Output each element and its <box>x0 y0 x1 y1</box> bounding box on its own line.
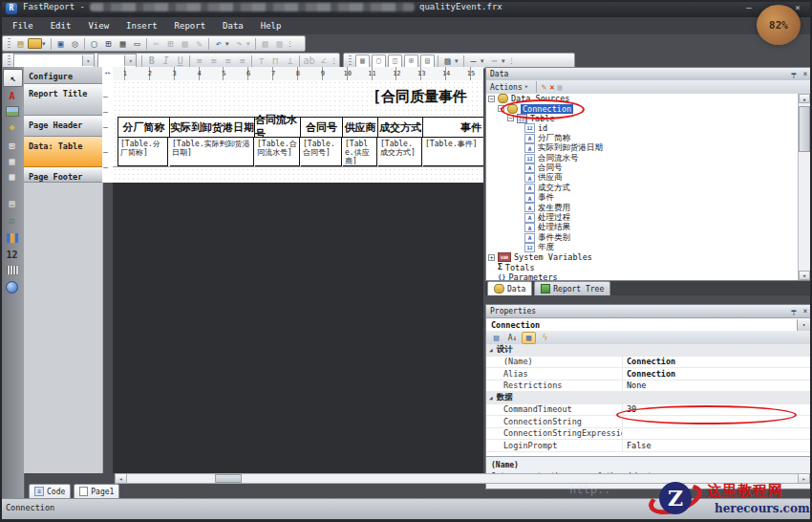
categorized-view-button[interactable]: ▤ <box>489 332 503 344</box>
menu-view[interactable]: View <box>79 19 118 33</box>
band-resize-handle[interactable]: ‒ <box>103 96 111 98</box>
border-all-button[interactable]: ▦ <box>355 54 370 68</box>
report-page[interactable]: [合同质量事件 分厂简称 [Table.分厂简称] 实际到卸货港日期 [Tabl… <box>113 80 483 183</box>
report-table[interactable]: 分厂简称 [Table.分厂简称] 实际到卸货港日期 [Table.实际到卸货港… <box>118 117 483 166</box>
tree-field[interactable]: A 发生费用 <box>486 203 799 212</box>
table-field-cell[interactable]: [Table.成交方式] <box>378 138 422 166</box>
font-name-combo[interactable]: ▾ <box>13 54 95 68</box>
band-report-title[interactable]: Report Title <box>24 84 102 116</box>
property-row-loginprompt[interactable]: LoginPrompt False <box>486 440 811 452</box>
paste-button[interactable]: ▨ <box>178 37 192 51</box>
configure-band-header[interactable]: Configure <box>24 67 102 84</box>
delete-datasource-button[interactable]: ✕ <box>549 82 554 92</box>
report-title-text[interactable]: [合同质量事件 <box>373 88 467 106</box>
cut-button[interactable]: ✂ <box>149 37 163 51</box>
band-resize-handle[interactable]: ‒ <box>103 166 111 169</box>
edit-datasource-button[interactable]: ✎ <box>542 82 546 92</box>
tab-code[interactable]: ≡ Code <box>29 484 71 499</box>
table-field-cell[interactable]: [Table.合同流水号] <box>255 138 300 166</box>
menu-file[interactable]: File <box>4 19 42 33</box>
close-icon[interactable]: × <box>800 70 811 78</box>
align-right-button[interactable]: ≡ <box>221 54 235 68</box>
underline-button[interactable]: U <box>173 54 187 68</box>
border-none-button[interactable]: ▢ <box>372 54 386 68</box>
valign-top-button[interactable]: ⊤ <box>254 54 268 68</box>
table-header-cell[interactable]: 事件 <box>423 117 483 138</box>
tree-field[interactable]: 12 年度 <box>486 243 799 252</box>
pin-icon[interactable]: ┯ <box>788 70 800 78</box>
property-row-restrictions[interactable]: Restrictions None <box>486 381 811 393</box>
tree-scrollbar[interactable]: ▴ ▾ <box>798 94 811 280</box>
band-resize-handle[interactable]: ‒ <box>103 111 111 114</box>
toolbar-overflow[interactable]: ⋮ <box>287 40 293 48</box>
property-row-name[interactable]: (Name) Connection <box>486 357 811 369</box>
richtext-object-icon[interactable]: ▤ <box>3 195 21 211</box>
toolbar-overflow[interactable]: ⋮ <box>331 57 337 65</box>
text-angle-button[interactable]: ∠ <box>316 54 331 68</box>
table-header-cell[interactable]: 实际到卸货港日期 <box>170 117 255 138</box>
band-page-header[interactable]: Page Header <box>24 116 102 137</box>
category-row-data[interactable]: ◢ 数据 <box>486 392 811 404</box>
highlight-button[interactable]: ab <box>302 54 316 68</box>
pin-icon[interactable]: ┯ <box>788 307 800 315</box>
design-surface[interactable]: [合同质量事件 分厂简称 [Table.分厂简称] 实际到卸货港日期 [Tabl… <box>113 80 483 473</box>
scroll-left-icon[interactable]: ◂ <box>116 474 127 483</box>
events-view-button[interactable]: ϟ <box>538 332 552 344</box>
tree-field[interactable]: A 合同号 <box>486 163 799 173</box>
fill-color-button[interactable]: ▨ <box>440 54 455 68</box>
chevron-down-icon[interactable]: ▾ <box>797 319 810 331</box>
line-color-button[interactable]: ― <box>466 54 481 68</box>
menu-help[interactable]: Help <box>252 19 290 33</box>
italic-button[interactable]: I <box>159 54 173 68</box>
undo-dropdown[interactable]: ▾ <box>225 40 232 48</box>
property-row-connectionstringexpression[interactable]: ConnectionStringExpression <box>486 428 811 441</box>
band-resize-handle[interactable]: ‒ <box>103 151 111 154</box>
shape-object-icon[interactable]: ◆ <box>3 119 21 135</box>
tree-field-id[interactable]: 12 id <box>486 123 799 133</box>
line-style-button[interactable]: ┅ <box>487 54 502 68</box>
view-data-button[interactable]: ▦ <box>558 83 563 92</box>
align-left-button[interactable]: ≡ <box>192 54 206 68</box>
save-button[interactable]: ▣ <box>53 37 68 51</box>
table-header-cell[interactable]: 供应商 <box>343 117 378 138</box>
band-page-footer[interactable]: Page Footer <box>24 167 102 183</box>
ungroup-button[interactable]: ▥ <box>272 37 287 51</box>
scrollbar-thumb[interactable] <box>799 106 810 152</box>
undo-button[interactable]: ↶ <box>211 37 225 51</box>
tree-field[interactable]: A 处理结果 <box>486 223 799 232</box>
table-object-icon[interactable]: ▦ <box>3 153 21 169</box>
tab-data[interactable]: Data <box>487 281 532 295</box>
checkbox-object-icon[interactable]: ☑ <box>3 212 21 228</box>
border-grid-button[interactable]: ▤ <box>420 54 435 68</box>
map-object-icon[interactable] <box>3 279 21 295</box>
close-icon[interactable]: × <box>800 307 811 315</box>
table-header-cell[interactable]: 成交方式 <box>378 117 423 138</box>
fill-color-dropdown[interactable]: ▾ <box>455 57 461 65</box>
valign-bottom-button[interactable]: ⊥ <box>283 54 297 68</box>
table-field-cell[interactable]: [Table.合同号] <box>301 138 342 166</box>
expand-icon[interactable]: + <box>488 254 495 261</box>
toolbar-overflow[interactable]: ⋮ <box>508 57 515 65</box>
align-justify-button[interactable]: ≡ <box>235 54 249 68</box>
menu-report[interactable]: Report <box>166 19 215 33</box>
delete-page-button[interactable]: ▦ <box>116 37 130 51</box>
table-header-cell[interactable]: 合同流水号 <box>255 117 301 138</box>
picture-object-icon[interactable] <box>3 103 21 120</box>
redo-button[interactable]: ↷ <box>232 37 246 51</box>
redo-dropdown[interactable]: ▾ <box>246 40 253 48</box>
valign-middle-button[interactable]: ⊓ <box>268 54 283 68</box>
text-object-icon[interactable]: A <box>3 88 21 104</box>
matrix-object-icon[interactable]: ▩ <box>3 168 21 185</box>
table-header-cell[interactable]: 分厂简称 <box>118 117 170 138</box>
new-page-button[interactable]: ▢ <box>87 37 101 51</box>
copy-button[interactable]: ⊞ <box>163 37 178 51</box>
chevron-down-icon[interactable]: ▾ <box>124 55 136 66</box>
line-color-dropdown[interactable]: ▾ <box>481 57 487 65</box>
band-object-icon[interactable]: ⊞ <box>3 138 21 154</box>
scroll-up-icon[interactable]: ▴ <box>799 94 810 103</box>
tree-field[interactable]: A 分厂简称 <box>486 134 799 143</box>
collapse-icon[interactable]: − <box>488 96 495 102</box>
ruler-arrows-icon[interactable]: ◂▸ <box>102 69 113 76</box>
page-setup-button[interactable]: ▭ <box>130 37 144 51</box>
category-row-design[interactable]: ◢ 设计 <box>486 344 811 357</box>
